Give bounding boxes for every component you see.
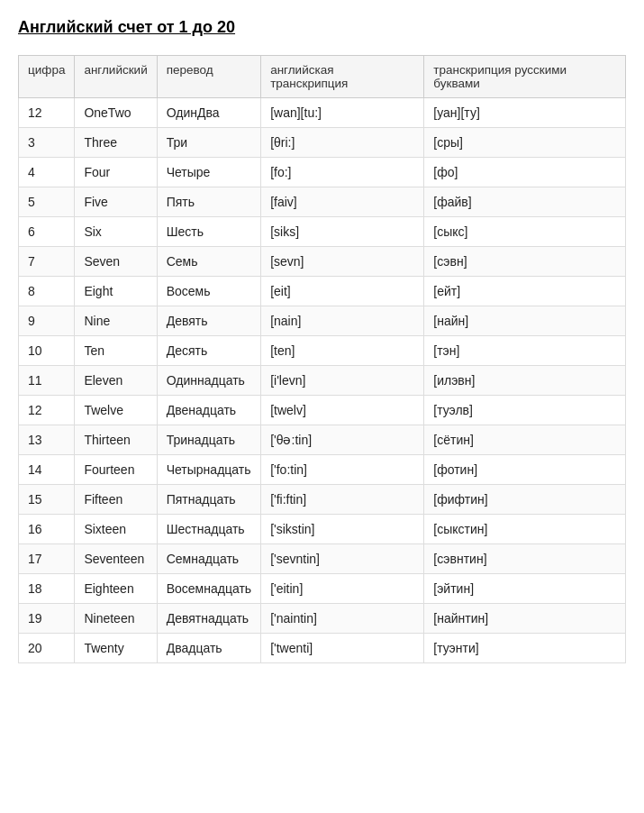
cell-7-4: [найн] — [424, 306, 626, 336]
cell-14-0: 16 — [19, 515, 75, 544]
cell-2-0: 4 — [19, 158, 75, 187]
cell-18-1: Twenty — [75, 634, 157, 663]
table-row: 12OneTwoОдинДва[wan][tu:][уан][ту] — [19, 98, 626, 128]
table-row: 7SevenСемь[sevn][сэвн] — [19, 247, 626, 277]
cell-15-2: Семнадцать — [157, 544, 260, 574]
cell-17-0: 19 — [19, 604, 75, 634]
cell-1-3: [θri:] — [261, 128, 424, 158]
cell-12-0: 14 — [19, 455, 75, 485]
cell-5-0: 7 — [19, 247, 75, 277]
table-row: 10TenДесять[ten][тэн] — [19, 336, 626, 366]
column-header-4: транскрипция русскими буквами — [424, 56, 626, 98]
cell-10-0: 12 — [19, 396, 75, 425]
cell-9-1: Eleven — [75, 366, 157, 396]
cell-8-4: [тэн] — [424, 336, 626, 366]
cell-11-0: 13 — [19, 425, 75, 455]
cell-13-1: Fifteen — [75, 485, 157, 515]
cell-15-0: 17 — [19, 544, 75, 574]
cell-4-3: [siks] — [261, 217, 424, 247]
cell-11-3: ['θə:tin] — [261, 425, 424, 455]
cell-1-1: Three — [75, 128, 157, 158]
cell-8-3: [ten] — [261, 336, 424, 366]
cell-16-0: 18 — [19, 574, 75, 604]
cell-13-0: 15 — [19, 485, 75, 515]
cell-14-1: Sixteen — [75, 515, 157, 544]
column-header-3: английская транскрипция — [261, 56, 424, 98]
cell-12-2: Четырнадцать — [157, 455, 260, 485]
cell-5-2: Семь — [157, 247, 260, 277]
cell-15-4: [сэвнтин] — [424, 544, 626, 574]
cell-17-3: ['naintin] — [261, 604, 424, 634]
cell-14-2: Шестнадцать — [157, 515, 260, 544]
cell-14-4: [сыкстин] — [424, 515, 626, 544]
cell-8-2: Десять — [157, 336, 260, 366]
cell-0-2: ОдинДва — [157, 98, 260, 128]
table-row: 13ThirteenТринадцать['θə:tin][сётин] — [19, 425, 626, 455]
table-row: 8EightВосемь[eit][ейт] — [19, 277, 626, 306]
cell-0-4: [уан][ту] — [424, 98, 626, 128]
table-row: 12TwelveДвенадцать[twelv][туэлв] — [19, 396, 626, 425]
cell-6-1: Eight — [75, 277, 157, 306]
cell-13-3: ['fi:ftin] — [261, 485, 424, 515]
cell-11-1: Thirteen — [75, 425, 157, 455]
cell-2-2: Четыре — [157, 158, 260, 187]
table-row: 15FifteenПятнадцать['fi:ftin][фифтин] — [19, 485, 626, 515]
cell-2-1: Four — [75, 158, 157, 187]
table-row: 9NineДевять[nain][найн] — [19, 306, 626, 336]
cell-3-2: Пять — [157, 187, 260, 217]
cell-3-4: [файв] — [424, 187, 626, 217]
table-row: 18EighteenВосемнадцать['eitin][эйтин] — [19, 574, 626, 604]
cell-11-4: [сётин] — [424, 425, 626, 455]
cell-17-1: Nineteen — [75, 604, 157, 634]
cell-4-2: Шесть — [157, 217, 260, 247]
cell-18-3: ['twenti] — [261, 634, 424, 663]
cell-10-3: [twelv] — [261, 396, 424, 425]
cell-6-2: Восемь — [157, 277, 260, 306]
column-header-0: цифра — [19, 56, 75, 98]
cell-16-4: [эйтин] — [424, 574, 626, 604]
table-row: 3ThreeТри[θri:][сры] — [19, 128, 626, 158]
cell-14-3: ['sikstin] — [261, 515, 424, 544]
cell-4-0: 6 — [19, 217, 75, 247]
column-header-2: перевод — [157, 56, 260, 98]
cell-12-3: ['fo:tin] — [261, 455, 424, 485]
cell-13-2: Пятнадцать — [157, 485, 260, 515]
table-header-row: цифраанглийскийпереводанглийская транскр… — [19, 56, 626, 98]
cell-2-4: [фо] — [424, 158, 626, 187]
cell-2-3: [fo:] — [261, 158, 424, 187]
cell-5-4: [сэвн] — [424, 247, 626, 277]
cell-5-3: [sevn] — [261, 247, 424, 277]
cell-3-1: Five — [75, 187, 157, 217]
cell-9-3: [i'levn] — [261, 366, 424, 396]
cell-9-4: [илэвн] — [424, 366, 626, 396]
cell-15-1: Seventeen — [75, 544, 157, 574]
table-row: 6SixШесть[siks][сыкс] — [19, 217, 626, 247]
cell-1-0: 3 — [19, 128, 75, 158]
cell-16-2: Восемнадцать — [157, 574, 260, 604]
column-header-1: английский — [75, 56, 157, 98]
cell-5-1: Seven — [75, 247, 157, 277]
cell-6-4: [ейт] — [424, 277, 626, 306]
cell-15-3: ['sevntin] — [261, 544, 424, 574]
cell-10-4: [туэлв] — [424, 396, 626, 425]
cell-10-2: Двенадцать — [157, 396, 260, 425]
cell-11-2: Тринадцать — [157, 425, 260, 455]
cell-0-0: 12 — [19, 98, 75, 128]
cell-17-2: Девятнадцать — [157, 604, 260, 634]
table-row: 16SixteenШестнадцать['sikstin][сыкстин] — [19, 515, 626, 544]
cell-6-0: 8 — [19, 277, 75, 306]
cell-16-3: ['eitin] — [261, 574, 424, 604]
cell-10-1: Twelve — [75, 396, 157, 425]
cell-6-3: [eit] — [261, 277, 424, 306]
table-row: 14FourteenЧетырнадцать['fo:tin][фотин] — [19, 455, 626, 485]
table-row: 4FourЧетыре[fo:][фо] — [19, 158, 626, 187]
cell-17-4: [найнтин] — [424, 604, 626, 634]
cell-18-4: [туэнти] — [424, 634, 626, 663]
cell-3-3: [faiv] — [261, 187, 424, 217]
cell-0-1: OneTwo — [75, 98, 157, 128]
cell-4-4: [сыкс] — [424, 217, 626, 247]
cell-8-1: Ten — [75, 336, 157, 366]
cell-0-3: [wan][tu:] — [261, 98, 424, 128]
cell-18-0: 20 — [19, 634, 75, 663]
cell-9-0: 11 — [19, 366, 75, 396]
